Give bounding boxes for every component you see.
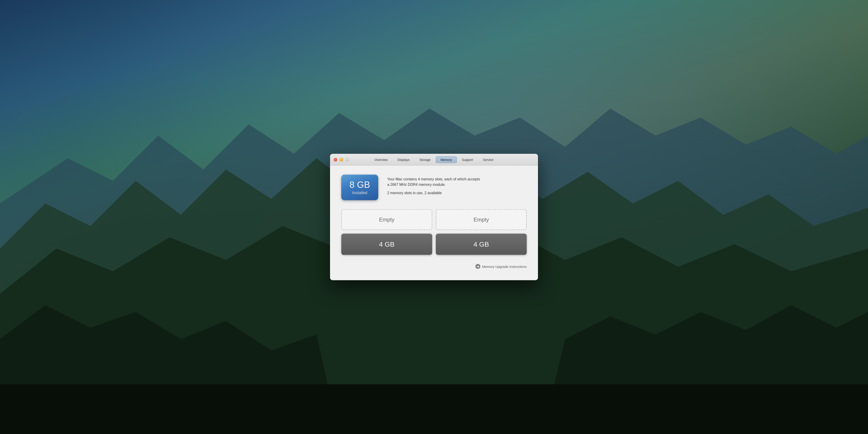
description-line2: a 2667 MHz DDR4 memory module. <box>387 183 445 186</box>
slots-status: 2 memory slots in use, 2 available <box>387 191 480 195</box>
memory-description: Your Mac contains 4 memory slots, each o… <box>387 177 480 187</box>
tab-displays[interactable]: Displays <box>393 156 414 163</box>
memory-slot-3: 4 GB <box>341 234 432 255</box>
slots-grid: Empty Empty 4 GB 4 GB <box>341 209 527 255</box>
upgrade-icon: ➜ <box>475 264 480 269</box>
memory-size: 8 GB <box>349 180 370 190</box>
tab-service[interactable]: Service <box>478 156 498 163</box>
tab-overview[interactable]: Overview <box>370 156 393 163</box>
close-button[interactable] <box>334 158 337 161</box>
memory-slot-2: Empty <box>436 209 527 230</box>
memory-slot-4: 4 GB <box>436 234 527 255</box>
memory-slot-1: Empty <box>341 209 432 230</box>
tab-storage[interactable]: Storage <box>415 156 435 163</box>
bottom-section: ➜ Memory Upgrade Instructions <box>341 264 527 269</box>
content-area: 8 GB Installed Your Mac contains 4 memor… <box>330 166 538 280</box>
system-info-window: Overview Displays Storage Memory Support… <box>330 154 538 280</box>
tabbar: Overview Displays Storage Memory Support… <box>334 156 534 163</box>
memory-installed-label: Installed <box>349 191 370 195</box>
tab-support[interactable]: Support <box>457 156 478 163</box>
info-text: Your Mac contains 4 memory slots, each o… <box>387 175 480 195</box>
upgrade-link-label: Memory Upgrade Instructions <box>482 265 527 268</box>
minimize-button[interactable] <box>340 158 343 161</box>
fullscreen-button[interactable] <box>345 158 349 161</box>
upgrade-link[interactable]: ➜ Memory Upgrade Instructions <box>475 264 527 269</box>
titlebar: Overview Displays Storage Memory Support… <box>330 154 538 166</box>
description-line1: Your Mac contains 4 memory slots, each o… <box>387 177 480 181</box>
tab-memory[interactable]: Memory <box>436 156 457 163</box>
top-section: 8 GB Installed Your Mac contains 4 memor… <box>341 175 527 200</box>
traffic-lights <box>334 158 349 161</box>
memory-badge: 8 GB Installed <box>341 175 378 200</box>
